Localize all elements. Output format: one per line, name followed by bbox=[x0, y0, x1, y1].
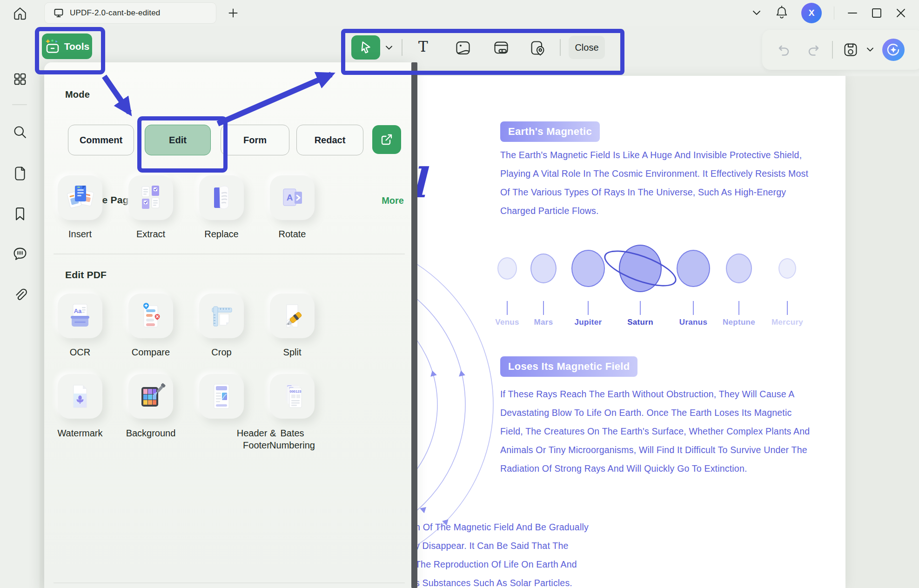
undo-icon bbox=[775, 42, 791, 58]
toolbox-icon bbox=[45, 39, 60, 54]
tool-replace[interactable] bbox=[199, 175, 244, 220]
replace-pages-icon bbox=[207, 183, 236, 213]
link-annotation-icon bbox=[493, 40, 510, 56]
panel-scrollbar[interactable] bbox=[411, 62, 417, 588]
comment-icon bbox=[12, 246, 28, 262]
avatar[interactable]: X bbox=[801, 3, 822, 23]
tool-crop[interactable] bbox=[199, 294, 244, 338]
paragraph-3-clipped: n Of The Magnetic Field And Be Gradually… bbox=[417, 518, 741, 588]
tool-crop-label: Crop bbox=[187, 346, 256, 358]
redo-button[interactable] bbox=[806, 42, 822, 58]
planet-label: Jupiter bbox=[560, 318, 616, 327]
quick-actions-toolbar bbox=[762, 30, 919, 70]
minimize-button[interactable] bbox=[846, 7, 859, 19]
pdf-page: l Earth's Magnetic The Earth's Magnetic … bbox=[417, 76, 845, 588]
tool-split-label: Split bbox=[257, 346, 327, 358]
header-footer-icon bbox=[207, 381, 236, 411]
avatar-letter: X bbox=[809, 8, 815, 18]
planet-label: Neptune bbox=[711, 318, 767, 327]
ai-assistant-button[interactable] bbox=[882, 39, 905, 61]
maximize-icon bbox=[871, 7, 883, 19]
select-tool-dropdown[interactable] bbox=[384, 45, 394, 51]
section-divider bbox=[54, 254, 405, 254]
heading-earths-magnetic: Earth's Magnetic bbox=[500, 121, 600, 142]
image-tool-button[interactable] bbox=[455, 40, 471, 56]
crop-icon bbox=[207, 301, 236, 331]
tool-split[interactable] bbox=[270, 294, 315, 338]
planet-label: Mercury bbox=[759, 318, 815, 327]
text-tool-button[interactable]: T bbox=[418, 38, 428, 55]
sidebar-search-button[interactable] bbox=[12, 124, 28, 140]
mode-form-label: Form bbox=[243, 135, 267, 146]
tool-extract[interactable] bbox=[128, 175, 173, 220]
mode-edit-button[interactable]: Edit bbox=[145, 125, 211, 155]
tool-bates-numbering[interactable]: 000123 bbox=[270, 374, 315, 419]
tool-compare[interactable] bbox=[128, 294, 173, 338]
tool-watermark-label: Watermark bbox=[45, 427, 115, 439]
save-button[interactable] bbox=[842, 41, 859, 58]
tool-background[interactable] bbox=[128, 374, 173, 419]
sidebar-bookmarks-button[interactable] bbox=[12, 206, 28, 222]
select-tool-button[interactable] bbox=[351, 35, 380, 60]
background-icon bbox=[136, 381, 166, 411]
planet-tick bbox=[588, 301, 589, 315]
mode-comment-label: Comment bbox=[80, 135, 122, 146]
redo-icon bbox=[806, 42, 822, 58]
svg-text:Aa: Aa bbox=[74, 307, 82, 314]
mode-redact-button[interactable]: Redact bbox=[296, 125, 363, 155]
app-window: { "titlebar": { "tab_title": "UPDF-2.0-c… bbox=[0, 0, 919, 588]
chevron-down-icon bbox=[751, 9, 762, 17]
decorative-script-letter: l bbox=[417, 159, 425, 207]
page-location-tool-button[interactable] bbox=[529, 40, 546, 56]
tool-rotate[interactable]: A bbox=[270, 175, 315, 220]
tools-button[interactable]: Tools bbox=[42, 33, 92, 59]
mode-form-button[interactable]: Form bbox=[221, 125, 289, 155]
mode-section-label: Mode bbox=[65, 89, 90, 100]
window-menu-button[interactable] bbox=[751, 9, 762, 17]
home-button[interactable] bbox=[12, 6, 28, 21]
tool-insert[interactable] bbox=[58, 175, 102, 220]
planet-jupiter: Jupiter bbox=[560, 222, 616, 334]
mode-comment-button[interactable]: Comment bbox=[68, 125, 134, 155]
paragraph-1: The Earth's Magnetic Field Is Like A Hug… bbox=[500, 146, 835, 220]
bates-numbering-icon: 000123 bbox=[277, 381, 307, 411]
organize-more-link[interactable]: More bbox=[382, 195, 404, 206]
link-tool-button[interactable] bbox=[493, 40, 510, 56]
tool-header-footer[interactable] bbox=[199, 374, 244, 419]
search-icon bbox=[12, 124, 28, 140]
paperclip-icon bbox=[12, 287, 28, 303]
close-edit-mode-button[interactable]: Close bbox=[569, 36, 605, 59]
maximize-button[interactable] bbox=[871, 7, 883, 19]
notifications-button[interactable] bbox=[774, 5, 789, 21]
ai-sparkle-icon bbox=[885, 42, 901, 58]
titlebar-divider bbox=[834, 7, 834, 20]
tab-title: UPDF-2.0-cant-be-edited bbox=[70, 8, 161, 18]
sidebar-thumbnails-button[interactable] bbox=[12, 71, 28, 87]
sidebar-pages-button[interactable] bbox=[12, 165, 28, 182]
rotate-pages-icon: A bbox=[277, 183, 307, 213]
close-window-button[interactable] bbox=[895, 7, 907, 19]
planet-tick bbox=[640, 301, 641, 315]
cursor-icon bbox=[358, 40, 374, 55]
close-icon bbox=[895, 7, 907, 19]
section-divider bbox=[54, 582, 405, 583]
tool-extract-label: Extract bbox=[116, 228, 186, 240]
insert-pages-icon bbox=[65, 183, 95, 213]
titlebar-right: X bbox=[751, 0, 919, 26]
tool-rotate-label: Rotate bbox=[257, 228, 327, 240]
toolbar-divider bbox=[560, 39, 561, 56]
tool-bates-numbering-label: Bates Numbering bbox=[267, 427, 318, 451]
watermark-icon bbox=[65, 381, 95, 411]
sidebar-attachments-button[interactable] bbox=[12, 287, 28, 303]
tool-ocr-label: OCR bbox=[45, 346, 115, 358]
undo-button[interactable] bbox=[775, 42, 791, 58]
planet-saturn: Saturn bbox=[612, 222, 668, 334]
tool-watermark[interactable] bbox=[58, 374, 102, 419]
document-tab[interactable]: UPDF-2.0-cant-be-edited bbox=[44, 2, 216, 24]
planet-tick bbox=[543, 301, 544, 315]
sidebar-comments-button[interactable] bbox=[12, 246, 28, 262]
new-tab-button[interactable] bbox=[227, 7, 239, 19]
tool-ocr[interactable]: Aa bbox=[58, 294, 102, 338]
open-in-new-window-button[interactable] bbox=[372, 125, 401, 154]
save-options-button[interactable] bbox=[865, 47, 875, 53]
